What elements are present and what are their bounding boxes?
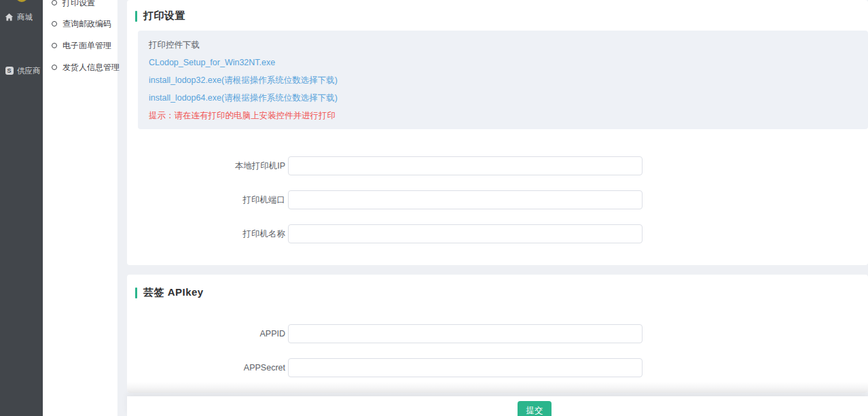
primary-sidebar: 商城 S 供应商 — [0, 0, 43, 416]
section-title: 芸签 APIkey — [143, 286, 204, 299]
menu-item-label: 发货人信息管理 — [62, 62, 120, 73]
sidebar-item-label: 商城 — [17, 12, 33, 22]
print-control-download-box: 打印控件下载 CLodop_Setup_for_Win32NT.exe inst… — [138, 31, 868, 129]
circle-icon — [52, 0, 57, 5]
apikey-card: 芸签 APIkey APPID APPSecret — [127, 275, 868, 393]
sidebar-item-label: 供应商 — [17, 66, 41, 76]
printer-ip-label: 本地打印机IP — [127, 156, 285, 175]
download-link-clodop[interactable]: CLodop_Setup_for_Win32NT.exe — [149, 54, 868, 71]
print-settings-header: 打印设置 — [135, 10, 185, 22]
printer-port-label: 打印机端口 — [127, 190, 285, 209]
logo-avatar[interactable] — [16, 0, 28, 2]
download-heading: 打印控件下载 — [149, 36, 868, 54]
menu-item-label: 电子面单管理 — [62, 40, 111, 52]
submit-button[interactable]: 提交 — [518, 401, 551, 416]
download-link-lodop32[interactable]: install_lodop32.exe(请根据操作系统位数选择下载) — [149, 71, 868, 89]
apikey-header: 芸签 APIkey — [135, 286, 204, 299]
circle-icon — [52, 21, 57, 27]
download-link-lodop64[interactable]: install_lodop64.exe(请根据操作系统位数选择下载) — [149, 89, 868, 107]
menu-item-label: 查询邮政编码 — [62, 18, 111, 30]
printer-name-label: 打印机名称 — [127, 224, 285, 243]
appid-input[interactable] — [288, 324, 643, 343]
printer-ip-input[interactable] — [288, 156, 643, 175]
accent-bar — [135, 11, 137, 22]
form-footer-bar: 提交 — [127, 396, 868, 416]
print-settings-card: 打印设置 打印控件下载 CLodop_Setup_for_Win32NT.exe… — [127, 0, 868, 265]
circle-icon — [52, 65, 57, 70]
printer-name-input[interactable] — [288, 224, 643, 243]
section-title: 打印设置 — [143, 10, 185, 22]
secondary-menu: 打印设置 查询邮政编码 电子面单管理 发货人信息管理 — [43, 0, 117, 416]
app-window: 商城 S 供应商 打印设置 查询邮政编码 电子面单管理 发货人信息管理 — [0, 0, 868, 416]
appid-label: APPID — [127, 324, 285, 343]
menu-item-label: 打印设置 — [62, 0, 95, 9]
sidebar-item-mall[interactable]: 商城 — [0, 12, 43, 22]
circle-icon — [52, 43, 57, 48]
download-tip-text: 提示：请在连有打印的电脑上安装控件并进行打印 — [149, 107, 868, 124]
appsecret-label: APPSecret — [127, 358, 285, 377]
sidebar-item-supplier[interactable]: S 供应商 — [0, 65, 43, 76]
menu-item-ewaybill-management[interactable]: 电子面单管理 — [43, 40, 117, 51]
printer-port-input[interactable] — [288, 190, 643, 209]
home-icon — [5, 13, 14, 22]
accent-bar — [135, 288, 137, 298]
menu-item-sender-info-management[interactable]: 发货人信息管理 — [43, 62, 117, 73]
menu-item-print-settings[interactable]: 打印设置 — [43, 0, 117, 8]
appsecret-input[interactable] — [288, 358, 643, 377]
menu-item-postcode-query[interactable]: 查询邮政编码 — [43, 18, 117, 29]
supplier-icon: S — [5, 67, 14, 75]
